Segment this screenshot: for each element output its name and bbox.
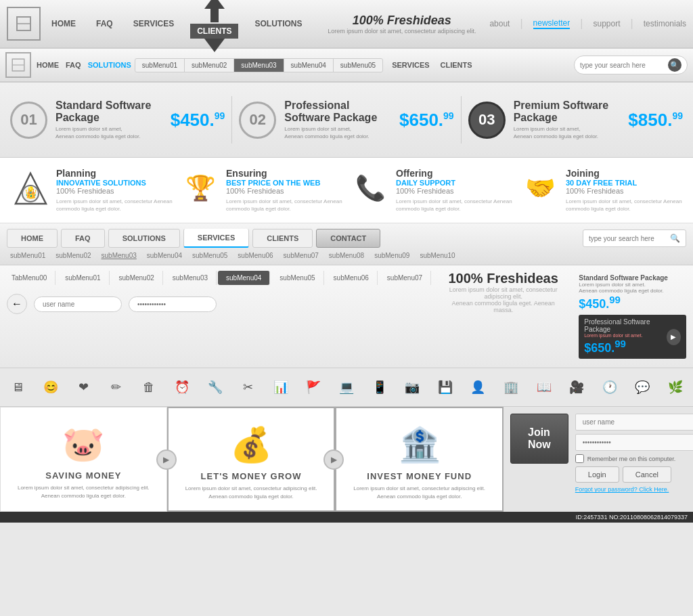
nav3-faq[interactable]: FAQ: [61, 229, 105, 248]
nav1-clients[interactable]: CLIENTS: [190, 24, 238, 39]
join-username-input[interactable]: [575, 414, 693, 431]
join-login-button[interactable]: Login: [575, 466, 619, 483]
nav3-services[interactable]: SERVICES: [183, 229, 249, 248]
join-buttons: Login Cancel: [575, 466, 693, 483]
nav3-sub5[interactable]: subMenu05: [192, 252, 227, 259]
nav2-solutions[interactable]: SOLUTIONS: [88, 61, 131, 69]
join-now-button[interactable]: Join Now: [510, 414, 568, 464]
nav2-sub2[interactable]: subMenu02: [185, 59, 234, 72]
nav3-sub6[interactable]: subMenu06: [238, 252, 273, 259]
nav2-sub4[interactable]: subMenu04: [284, 59, 334, 72]
nav3-search-input[interactable]: [589, 235, 670, 242]
nav1-newsletter[interactable]: newsletter: [533, 18, 571, 29]
icon-building[interactable]: 🏢: [500, 376, 522, 398]
nav1-support[interactable]: support: [593, 19, 620, 28]
icon-pencil[interactable]: ✏: [106, 376, 127, 398]
nav4-tab7[interactable]: subMenu07: [379, 271, 431, 285]
nav3-sub4[interactable]: subMenu04: [147, 252, 182, 259]
nav3-search[interactable]: 🔍: [583, 229, 686, 247]
nav2-clients[interactable]: CLIENTS: [441, 61, 472, 69]
nav2-services[interactable]: SERVICES: [392, 61, 429, 69]
icon-floppy[interactable]: 💾: [434, 376, 456, 398]
icon-chat[interactable]: 💬: [631, 376, 653, 398]
card-saving-icon: 🐷: [11, 424, 156, 464]
icon-video[interactable]: 🎥: [566, 376, 587, 398]
icon-camera[interactable]: 📷: [401, 376, 423, 398]
join-cancel-button[interactable]: Cancel: [623, 466, 671, 483]
package-professional-title: Professional Software Package: [284, 100, 391, 124]
nav1-brand: 100% Freshideas Lorem ipsum dolor sit am…: [328, 14, 476, 35]
card-saving-play[interactable]: ▶: [156, 449, 177, 470]
icon-chart[interactable]: 📊: [270, 376, 292, 398]
card-saving-title: SAVING MONEY: [11, 470, 156, 481]
icon-flag[interactable]: 🚩: [303, 376, 324, 398]
nav4-password-input[interactable]: [129, 296, 217, 312]
feature-planning: 👑 💡 Planning INNOVATIVE SOLUTIONS 100% F…: [10, 168, 173, 213]
icon-face[interactable]: 😊: [40, 376, 62, 398]
nav4-tab4[interactable]: subMenu04: [218, 271, 270, 285]
nav1-home[interactable]: HOME: [47, 16, 80, 31]
join-remember-checkbox[interactable]: [575, 454, 584, 463]
icon-wrench[interactable]: 🔧: [204, 376, 226, 398]
nav3-clients[interactable]: CLIENTS: [252, 229, 313, 248]
card-invest-desc: Lorem ipsum dolor sit amet, consectetur …: [346, 485, 492, 500]
icon-heart[interactable]: ❤: [72, 376, 94, 398]
icon-user[interactable]: 👤: [467, 376, 489, 398]
nav3-contact[interactable]: CONTACT: [316, 229, 380, 248]
nav2-faq[interactable]: FAQ: [66, 61, 81, 69]
nav4-pkg-professional: Professional Software Package Lorem ipsu…: [579, 315, 686, 359]
nav2-sub1[interactable]: subMenu01: [135, 59, 185, 72]
nav1-about[interactable]: about: [489, 19, 510, 28]
feature-planning-icon: 👑 💡: [10, 168, 51, 208]
nav1-services[interactable]: SERVICES: [129, 16, 178, 31]
nav3-sub2[interactable]: subMenu02: [55, 252, 91, 259]
nav4-back-button[interactable]: ←: [7, 294, 27, 314]
feature-joining-highlight: 30 DAY FREE TRIAL: [566, 179, 683, 187]
nav2-search[interactable]: 🔍: [574, 56, 688, 74]
nav3-sub10[interactable]: subMenu10: [420, 252, 455, 259]
nav3-sub3[interactable]: subMenu03: [102, 252, 137, 259]
nav2-search-input[interactable]: [580, 62, 668, 69]
nav3-home[interactable]: HOME: [7, 229, 58, 248]
pkg-divider-1: [231, 96, 232, 144]
nav2-search-button[interactable]: 🔍: [668, 58, 681, 72]
nav1-testimonials[interactable]: testimonials: [644, 19, 686, 28]
icon-scissors[interactable]: ✂: [237, 376, 259, 398]
nav3-sub7[interactable]: subMenu07: [284, 252, 319, 259]
card-money-grow-play[interactable]: ▶: [323, 449, 344, 470]
icon-laptop[interactable]: 💻: [336, 376, 357, 398]
watermark-text: ID:2457331 NO:20110808062814079337: [576, 514, 688, 521]
icon-trash[interactable]: 🗑: [138, 376, 160, 398]
nav4-username-input[interactable]: [34, 296, 122, 312]
card-saving: 🐷 SAVING MONEY Lorem ipsum dolor sit ame…: [0, 407, 167, 511]
nav4-tab1[interactable]: subMenu01: [57, 271, 109, 285]
nav3-solutions[interactable]: SOLUTIONS: [108, 229, 180, 248]
join-password-input[interactable]: [575, 434, 693, 451]
nav3-sub8[interactable]: subMenu08: [329, 252, 364, 259]
nav2-sub3[interactable]: subMenu03: [234, 59, 284, 72]
nav3-sub9[interactable]: subMenu09: [374, 252, 409, 259]
nav2-sub5[interactable]: subMenu05: [334, 59, 382, 72]
feature-planning-text: Planning INNOVATIVE SOLUTIONS 100% Fresh…: [56, 168, 173, 213]
nav1-brand-title: 100% Freshideas: [328, 14, 476, 28]
icon-monitor[interactable]: 🖥: [7, 376, 28, 398]
nav4-tab0[interactable]: TabMenu00: [3, 271, 55, 285]
nav2-home[interactable]: HOME: [37, 61, 59, 69]
nav4-tab6[interactable]: subMenu06: [326, 271, 378, 285]
nav4-left: TabMenu00 subMenu01 subMenu02 subMenu03 …: [3, 271, 431, 362]
icon-book[interactable]: 📖: [533, 376, 555, 398]
nav4-pkg-pro-play[interactable]: ▶: [667, 329, 681, 345]
icon-phone[interactable]: 📱: [369, 376, 390, 398]
nav1-links: HOME FAQ SERVICES CLIENTS SOLUTIONS: [47, 0, 314, 52]
icon-leaf[interactable]: 🌿: [665, 376, 686, 398]
nav4-tab5[interactable]: subMenu05: [271, 271, 323, 285]
join-forgot-link[interactable]: Forgot your password? Click Here.: [575, 486, 693, 493]
icon-time[interactable]: 🕐: [599, 376, 621, 398]
nav1-solutions[interactable]: SOLUTIONS: [250, 16, 306, 31]
nav1-faq[interactable]: FAQ: [92, 16, 117, 31]
icon-clock[interactable]: ⏰: [171, 376, 193, 398]
nav4-tab2[interactable]: subMenu02: [111, 271, 163, 285]
card-money-grow-icon: 💰: [179, 425, 324, 464]
nav3-sub1[interactable]: subMenu01: [10, 252, 45, 259]
nav4-tab3[interactable]: subMenu03: [164, 271, 217, 285]
